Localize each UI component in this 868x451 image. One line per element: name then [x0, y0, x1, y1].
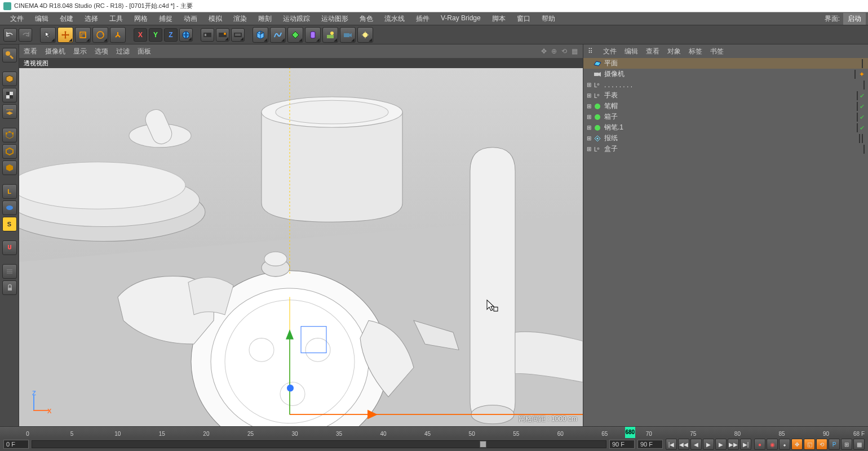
render-view[interactable]: [201, 28, 214, 42]
obj-menu-文件[interactable]: 文件: [603, 47, 617, 56]
tree-item-摄像机[interactable]: 摄像机✦: [583, 69, 868, 79]
key-selection[interactable]: ⬥: [779, 439, 790, 450]
frame-end-right[interactable]: 90 F: [637, 440, 663, 449]
menu-网格[interactable]: 网格: [129, 12, 153, 25]
menu-动画[interactable]: 动画: [178, 12, 203, 25]
menu-脚本[interactable]: 脚本: [486, 12, 511, 25]
make-editable[interactable]: [2, 48, 17, 62]
viewport-menu-显示[interactable]: 显示: [73, 47, 87, 56]
menu-运动图形[interactable]: 运动图形: [316, 12, 354, 25]
key-pos[interactable]: ✥: [791, 439, 803, 450]
select-tool[interactable]: [40, 27, 56, 43]
obj-menu-查看[interactable]: 查看: [646, 47, 659, 56]
menu-帮助[interactable]: 帮助: [536, 12, 561, 25]
tree-item-箱子[interactable]: ⊞箱子✔: [583, 111, 868, 122]
obj-menu-编辑[interactable]: 编辑: [625, 47, 638, 56]
expander-icon[interactable]: ⊞: [586, 135, 592, 141]
timeline-current-frame[interactable]: 680: [625, 427, 635, 438]
tag-box[interactable]: [854, 70, 856, 78]
next-key[interactable]: ▶▶: [728, 439, 739, 450]
expander-icon[interactable]: [586, 71, 592, 77]
polygons-mode[interactable]: [2, 160, 17, 175]
menu-雕刻[interactable]: 雕刻: [253, 12, 277, 25]
expander-icon[interactable]: ⊞: [586, 146, 592, 152]
viewport-menu-选项[interactable]: 选项: [95, 47, 108, 56]
expander-icon[interactable]: ⊞: [586, 103, 592, 109]
menu-工具[interactable]: 工具: [104, 12, 129, 25]
tag-box[interactable]: [859, 135, 860, 142]
viewport-menu-查看[interactable]: 查看: [24, 47, 37, 56]
model-mode[interactable]: [2, 72, 17, 86]
key-scale[interactable]: ◱: [804, 439, 815, 450]
tag-check[interactable]: ✔: [860, 102, 865, 110]
viewport-solo[interactable]: S: [2, 217, 17, 231]
menu-编辑[interactable]: 编辑: [29, 12, 54, 25]
tag-box[interactable]: [863, 145, 865, 153]
tweak-mode[interactable]: [2, 200, 17, 215]
expander-icon[interactable]: [586, 60, 592, 66]
axis-mode[interactable]: L: [2, 184, 17, 199]
add-camera[interactable]: [340, 27, 356, 43]
prev-frame[interactable]: ◀: [690, 439, 702, 450]
goto-start[interactable]: |◀: [666, 439, 677, 450]
add-environment[interactable]: [322, 27, 338, 43]
next-frame[interactable]: ▶: [715, 439, 727, 450]
timeline-ruler[interactable]: 680 68 F 0510152025303540455055606570758…: [0, 427, 868, 438]
viewport-menu-面板[interactable]: 面板: [138, 47, 151, 56]
viewport-menu-摄像机[interactable]: 摄像机: [45, 47, 65, 56]
add-deformer[interactable]: [305, 27, 321, 43]
expander-icon[interactable]: ⊞: [586, 114, 592, 120]
viewport-nav-rotate[interactable]: ⟲: [561, 47, 569, 55]
viewport-3d[interactable]: 网格间距 : 1000 cm Z X: [19, 68, 583, 426]
object-tree[interactable]: 平面摄像机✦⊞Lº. . . . . . . .⊞Lº手表✔⊞笔帽✔⊞箱子✔⊞钢…: [583, 58, 868, 426]
tag-box[interactable]: [857, 124, 858, 132]
tag-checker[interactable]: [862, 135, 863, 142]
menu-模拟[interactable]: 模拟: [203, 12, 228, 25]
texture-mode[interactable]: [2, 88, 17, 102]
frame-start[interactable]: 0 F: [3, 440, 29, 449]
tree-item-平面[interactable]: 平面: [583, 58, 868, 69]
viewport-nav-toggle[interactable]: ▦: [572, 47, 579, 55]
undo-button[interactable]: [3, 28, 17, 42]
coord-system[interactable]: [179, 28, 193, 42]
menu-文件[interactable]: 文件: [5, 12, 29, 25]
tag-box[interactable]: [862, 60, 863, 68]
key-rot[interactable]: ⟲: [816, 439, 827, 450]
key-pla[interactable]: ⊞: [841, 439, 852, 450]
tag-box[interactable]: [863, 81, 865, 89]
tag-crosshair[interactable]: ✦: [859, 70, 865, 78]
redo-button[interactable]: [19, 28, 32, 42]
menu-创建[interactable]: 创建: [54, 12, 79, 25]
tree-item-手表[interactable]: ⊞Lº手表✔: [583, 90, 868, 101]
viewport-nav-zoom[interactable]: ⊕: [551, 47, 559, 55]
iso-mode[interactable]: [2, 264, 17, 279]
expander-icon[interactable]: ⊞: [586, 124, 592, 131]
workplane-mode[interactable]: [2, 104, 17, 119]
obj-menu-标签[interactable]: 标签: [689, 47, 702, 56]
obj-menu-对象[interactable]: 对象: [667, 47, 681, 56]
x-lock[interactable]: X: [134, 28, 147, 42]
tag-check[interactable]: ✔: [860, 113, 865, 121]
timeline-range-slider[interactable]: [32, 440, 606, 448]
goto-end[interactable]: ▶|: [740, 439, 751, 450]
viewport-menu-过滤[interactable]: 过滤: [116, 47, 130, 56]
play[interactable]: ▶: [703, 439, 714, 450]
menu-角色[interactable]: 角色: [354, 12, 379, 25]
tree-item-笔帽[interactable]: ⊞笔帽✔: [583, 101, 868, 111]
menu-选择[interactable]: 选择: [79, 12, 104, 25]
rotate-tool[interactable]: [92, 27, 108, 43]
key-opts[interactable]: ▦: [853, 439, 865, 450]
tag-box[interactable]: [857, 92, 858, 100]
interface-value[interactable]: 启动: [843, 13, 866, 25]
lock-mode[interactable]: [2, 280, 17, 295]
move-tool[interactable]: [57, 27, 73, 43]
menu-V-Ray Bridge[interactable]: V-Ray Bridge: [435, 12, 486, 25]
points-mode[interactable]: [2, 128, 17, 142]
menu-运动跟踪[interactable]: 运动跟踪: [277, 12, 316, 25]
add-cube[interactable]: [253, 27, 268, 43]
menu-流水线[interactable]: 流水线: [379, 12, 410, 25]
render-pv[interactable]: [216, 28, 229, 42]
last-tool[interactable]: [110, 27, 126, 43]
key-param[interactable]: P: [829, 439, 840, 450]
menu-渲染[interactable]: 渲染: [228, 12, 253, 25]
